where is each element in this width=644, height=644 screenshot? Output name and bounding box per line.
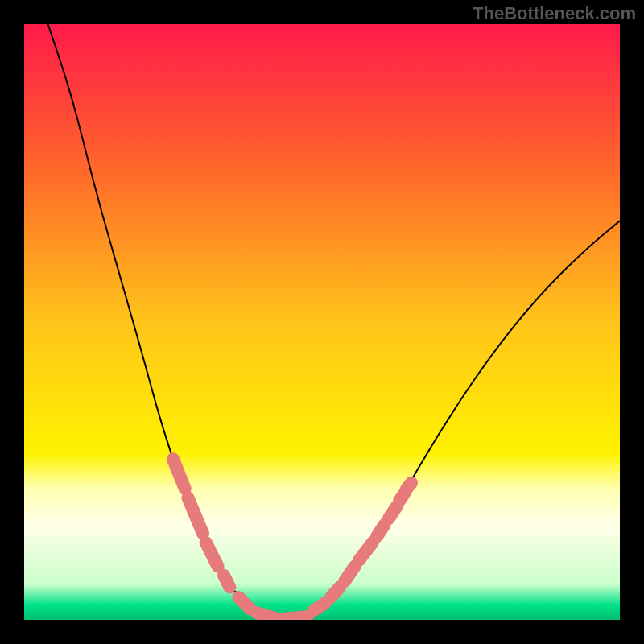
gradient-background [24, 24, 620, 620]
chart-svg [24, 24, 620, 620]
watermark-text: TheBottleneck.com [473, 3, 636, 24]
chart-container: TheBottleneck.com [0, 0, 644, 644]
highlight-capsule [345, 566, 355, 581]
highlight-capsule [224, 576, 229, 588]
highlight-capsule [389, 506, 397, 518]
highlight-capsule [407, 483, 411, 489]
highlight-capsule [257, 613, 275, 618]
highlight-capsule [377, 525, 385, 537]
highlight-capsule [331, 587, 340, 597]
plot-area [24, 24, 620, 620]
highlight-capsule [280, 617, 307, 619]
highlight-capsule [313, 603, 325, 611]
highlight-capsule [238, 597, 250, 609]
